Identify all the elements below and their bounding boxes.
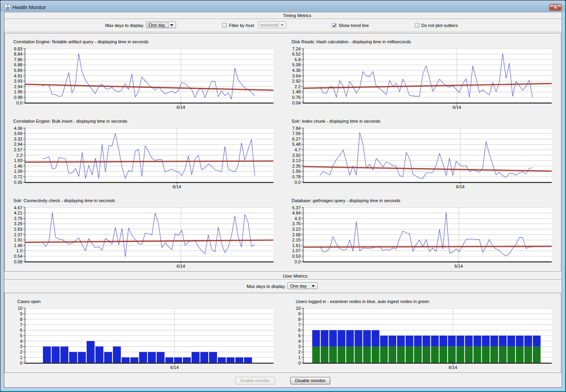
svg-text:2.94: 2.94 xyxy=(14,84,22,89)
svg-text:Correlation Engine: Bulk inser: Correlation Engine: Bulk insert - displa… xyxy=(14,119,128,124)
svg-text:6.88: 6.88 xyxy=(14,62,22,67)
svg-text:1.61: 1.61 xyxy=(292,243,300,248)
svg-text:3.22: 3.22 xyxy=(292,227,300,232)
svg-text:1.96: 1.96 xyxy=(14,89,22,94)
svg-text:6/14: 6/14 xyxy=(454,264,463,268)
svg-text:2.68: 2.68 xyxy=(292,232,300,237)
svg-text:3.32: 3.32 xyxy=(14,137,22,141)
svg-text:1.0: 1.0 xyxy=(16,248,22,253)
svg-text:3.93: 3.93 xyxy=(14,79,22,83)
svg-text:4.91: 4.91 xyxy=(14,73,22,78)
svg-text:2.2: 2.2 xyxy=(16,153,22,158)
svg-text:3.64: 3.64 xyxy=(292,73,300,78)
svg-text:1.46: 1.46 xyxy=(14,164,22,168)
svg-text:5.89: 5.89 xyxy=(14,68,22,73)
svg-text:5: 5 xyxy=(20,333,22,338)
svg-text:2: 2 xyxy=(298,350,300,354)
svg-text:1.56: 1.56 xyxy=(292,169,300,174)
svg-text:4.21: 4.21 xyxy=(14,210,22,215)
svg-text:0.98: 0.98 xyxy=(14,95,22,100)
svg-text:0.78: 0.78 xyxy=(292,174,300,179)
svg-text:5.8: 5.8 xyxy=(295,57,300,62)
svg-text:2: 2 xyxy=(20,350,22,354)
svg-text:4.36: 4.36 xyxy=(292,68,300,73)
svg-text:0: 0 xyxy=(20,361,22,365)
svg-text:2.35: 2.35 xyxy=(292,164,300,168)
svg-text:5.37: 5.37 xyxy=(292,205,300,210)
svg-text:5.48: 5.48 xyxy=(292,142,300,147)
svg-text:0.76: 0.76 xyxy=(292,95,300,100)
svg-text:7.24: 7.24 xyxy=(292,46,300,51)
svg-text:0.08: 0.08 xyxy=(14,259,22,264)
svg-text:9.83: 9.83 xyxy=(14,46,22,51)
svg-text:6.27: 6.27 xyxy=(292,137,300,141)
svg-text:0.72: 0.72 xyxy=(14,174,22,179)
svg-text:0.54: 0.54 xyxy=(14,254,22,259)
svg-text:0.35: 0.35 xyxy=(14,180,22,185)
svg-text:7.84: 7.84 xyxy=(292,126,300,131)
svg-text:0.04: 0.04 xyxy=(292,100,300,105)
svg-text:2.83: 2.83 xyxy=(14,227,22,232)
svg-text:6/14: 6/14 xyxy=(453,105,461,110)
svg-text:4.3: 4.3 xyxy=(295,216,300,221)
svg-text:Correlation Engine: Notable ar: Correlation Engine: Notable artifact que… xyxy=(14,39,149,44)
svg-text:Users logged in - examiner nod: Users logged in - examiner nodes in blue… xyxy=(296,299,429,304)
svg-text:0.0: 0.0 xyxy=(16,100,22,105)
svg-text:1: 1 xyxy=(298,355,300,360)
svg-text:Database: getImages query - di: Database: getImages query - displaying t… xyxy=(292,198,401,203)
svg-text:4: 4 xyxy=(298,339,300,344)
svg-text:Disk Reads: Hash calculation -: Disk Reads: Hash calculation - displayin… xyxy=(292,39,411,44)
svg-text:6/14: 6/14 xyxy=(456,184,464,189)
svg-text:6/14: 6/14 xyxy=(173,184,181,189)
svg-text:8.84: 8.84 xyxy=(14,52,22,56)
svg-text:3.76: 3.76 xyxy=(292,221,300,226)
svg-text:3.29: 3.29 xyxy=(14,221,22,226)
svg-text:7.86: 7.86 xyxy=(14,57,22,62)
svg-text:1: 1 xyxy=(20,355,22,360)
svg-text:8: 8 xyxy=(20,317,22,322)
svg-text:0.0: 0.0 xyxy=(295,259,300,264)
svg-text:1.48: 1.48 xyxy=(292,89,300,94)
svg-text:2.94: 2.94 xyxy=(14,142,22,147)
svg-text:1.07: 1.07 xyxy=(292,248,300,253)
svg-text:1.09: 1.09 xyxy=(14,169,22,174)
svg-text:4.84: 4.84 xyxy=(292,210,300,215)
svg-text:2.37: 2.37 xyxy=(14,232,22,237)
svg-text:0.0: 0.0 xyxy=(295,180,300,185)
svg-text:Solr: Connectivity check - dis: Solr: Connectivity check - displaying ti… xyxy=(14,198,115,203)
svg-text:4.7: 4.7 xyxy=(295,147,300,152)
svg-text:2.2: 2.2 xyxy=(295,84,300,89)
svg-text:4: 4 xyxy=(20,339,22,344)
svg-text:2.92: 2.92 xyxy=(292,79,300,83)
svg-text:1.91: 1.91 xyxy=(14,238,22,242)
svg-text:7: 7 xyxy=(298,322,300,327)
svg-text:6/14: 6/14 xyxy=(176,105,185,110)
svg-text:3.13: 3.13 xyxy=(292,158,300,163)
svg-text:3: 3 xyxy=(20,344,22,349)
svg-text:6/14: 6/14 xyxy=(170,365,178,370)
svg-text:2.57: 2.57 xyxy=(14,147,22,152)
svg-text:0: 0 xyxy=(298,361,300,365)
svg-text:7: 7 xyxy=(20,322,22,327)
svg-text:5: 5 xyxy=(298,333,300,338)
svg-text:0.53: 0.53 xyxy=(292,254,300,259)
svg-text:3: 3 xyxy=(298,344,300,349)
svg-text:3.75: 3.75 xyxy=(14,216,22,221)
svg-text:6/14: 6/14 xyxy=(176,264,185,268)
svg-text:4.67: 4.67 xyxy=(14,205,22,210)
svg-text:10: 10 xyxy=(17,306,22,311)
svg-text:6/14: 6/14 xyxy=(449,365,457,370)
svg-text:6: 6 xyxy=(298,328,300,332)
svg-text:3.69: 3.69 xyxy=(14,131,22,136)
svg-text:4.06: 4.06 xyxy=(14,126,22,131)
svg-text:9: 9 xyxy=(20,311,22,316)
svg-text:1.83: 1.83 xyxy=(14,158,22,163)
svg-text:Solr: Index chunk - displaying: Solr: Index chunk - displaying time in s… xyxy=(292,119,381,124)
svg-text:7.05: 7.05 xyxy=(292,131,300,136)
svg-text:10: 10 xyxy=(296,306,300,311)
svg-text:6: 6 xyxy=(20,328,22,332)
svg-text:Cases open: Cases open xyxy=(17,299,41,304)
svg-text:3.92: 3.92 xyxy=(292,153,300,158)
svg-text:1.46: 1.46 xyxy=(14,243,22,248)
svg-text:6.52: 6.52 xyxy=(292,52,300,56)
